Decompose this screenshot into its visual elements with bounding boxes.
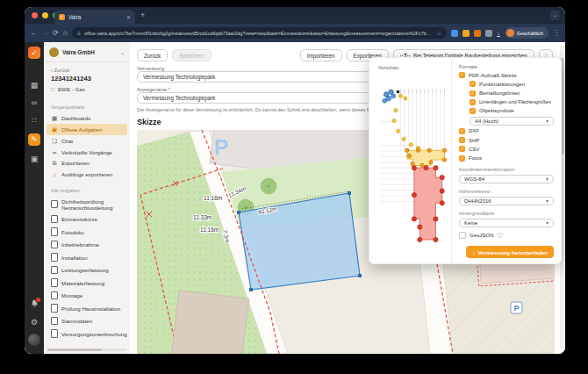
pdf-option-lengths-areas[interactable]: Linienlängen und Flächengrößen: [470, 99, 554, 105]
checkbox-unchecked-icon[interactable]: [459, 232, 466, 239]
sidebar-task-item[interactable]: Montage: [44, 289, 130, 302]
download-icon: ↓: [51, 171, 58, 177]
checkbox-checked-icon[interactable]: [470, 90, 476, 97]
import-button[interactable]: Importieren: [300, 49, 342, 61]
basemap-select[interactable]: Keine▾: [459, 219, 554, 227]
sidebar-item-linked-cases[interactable]: ∞Verknüpfte Vorgänge: [44, 147, 130, 157]
format-option-fotos[interactable]: Fotos: [459, 155, 554, 162]
sidebar-task-item[interactable]: Leistungserfassung: [44, 263, 130, 277]
coord-transform-select[interactable]: WGS-84▾: [459, 175, 554, 183]
extension-icon-blue[interactable]: [451, 30, 458, 37]
info-icon: ⓘ: [497, 232, 502, 240]
task-label: Montage: [61, 292, 82, 298]
format-label: PDF-Aufmaß-Skizze: [469, 73, 517, 78]
browser-tab[interactable]: ✓ Vaira ✕: [54, 10, 135, 24]
vaira-logo[interactable]: ✓: [28, 47, 40, 59]
profile-name: Geschäftlich: [517, 31, 543, 36]
case-type-label: EWE - Gas: [58, 86, 85, 92]
sidebar-item-dashboards[interactable]: ▦Dashboards: [44, 112, 130, 124]
notifications-bell-icon[interactable]: [28, 298, 40, 311]
rail-dashboard-icon[interactable]: ▦: [28, 79, 40, 91]
browser-menu-icon[interactable]: ⋮: [553, 29, 560, 37]
sidebar-item-auditlogs[interactable]: ↓Auditlogs exportieren: [44, 169, 130, 179]
dashboards-icon: ▦: [51, 115, 58, 122]
sidebar-task-item[interactable]: Fotodoku: [44, 226, 130, 239]
checkbox-checked-icon[interactable]: [459, 72, 465, 78]
bookmark-star-icon[interactable]: ☆: [436, 30, 441, 37]
sidebar-item-label: Auditlogs exportieren: [61, 171, 112, 177]
reload-icon[interactable]: ⟳: [53, 30, 59, 37]
site-settings-icon[interactable]: ☰: [77, 31, 81, 36]
window-minimize-button[interactable]: [42, 12, 48, 18]
format-option-pdf[interactable]: PDF-Aufmaß-Skizze: [459, 72, 554, 78]
sidebar-item-label: Verknüpfte Vorgänge: [61, 149, 112, 155]
pdf-option-object-symbols[interactable]: Objektsymbole: [470, 108, 554, 114]
rail-apps-icon[interactable]: ∷: [28, 114, 40, 126]
settings-gear-icon[interactable]: ⚙: [28, 316, 40, 328]
geojson-option[interactable]: GeoJSONⓘ: [459, 232, 554, 240]
checkbox-checked-icon[interactable]: [470, 108, 476, 114]
display-name-value: Vermessung Technologiepark: [143, 95, 216, 101]
window-close-button[interactable]: [32, 12, 38, 18]
file-icon: [51, 200, 58, 209]
format-option-csv[interactable]: CSV: [459, 146, 554, 152]
sidebar-task-item[interactable]: Materialerfassung: [44, 277, 130, 290]
browser-toolbar: ← → ⟳ ⌂ ☰ office.vaira.app/o/c7be7mnm5f1…: [25, 24, 565, 42]
vaira-favicon: ✓: [59, 14, 65, 20]
browser-window: ✓ Vaira ✕ + ⌄ ← → ⟳ ⌂ ☰ office.vaira.app…: [25, 7, 565, 354]
checkbox-checked-icon[interactable]: [459, 137, 465, 143]
tab-close-icon[interactable]: ✕: [126, 14, 131, 20]
extension-icon-orange[interactable]: [463, 30, 470, 37]
checkbox-checked-icon[interactable]: [459, 146, 465, 152]
forward-nav-icon[interactable]: →: [41, 30, 48, 37]
format-option-dxf[interactable]: DXF: [459, 128, 554, 134]
rail-notebook-icon[interactable]: ▣: [28, 153, 40, 165]
rail-network-icon[interactable]: ∞: [28, 97, 40, 109]
home-icon[interactable]: ⌂: [63, 30, 68, 37]
sidebar-task-item[interactable]: Versorgungsunterbrechung: [44, 327, 130, 341]
address-bar[interactable]: ☰ office.vaira.app/o/c7be7mnm5f1rdroltg2…: [72, 27, 448, 39]
process-type-icon: ∷: [51, 86, 54, 92]
sidebar-task-item[interactable]: Einmessskizze: [44, 212, 130, 226]
file-icon: [51, 278, 58, 287]
checkbox-checked-icon[interactable]: [459, 155, 465, 162]
save-button[interactable]: Speichern: [172, 49, 211, 61]
sidebar-task-item[interactable]: Inbetriebnahme: [44, 238, 130, 251]
pdf-option-point-marks[interactable]: Punktmarkierungen: [470, 81, 554, 87]
pdf-option-dimension-lines[interactable]: Bemaßungslinien: [470, 90, 554, 97]
sidebar-item-open-tasks[interactable]: ▣Offene Aufgaben: [47, 124, 127, 135]
option-label: Linienlängen und Flächengrößen: [479, 99, 551, 104]
task-label: Prüfung Hausinstallation: [61, 306, 120, 312]
sidebar-item-export[interactable]: ⧉Exportieren: [44, 157, 130, 169]
sidebar-back-link[interactable]: ‹ Zurück: [44, 62, 130, 73]
paper-size-select[interactable]: A4 (Hoch)▾: [470, 117, 554, 126]
sidebar-horizontal-scrollbar[interactable]: [47, 349, 126, 351]
format-option-shp[interactable]: SHP: [459, 137, 554, 143]
downloads-icon[interactable]: ↓: [497, 30, 500, 37]
extension-icon-red[interactable]: [474, 30, 481, 37]
task-label: Fotodoku: [61, 229, 84, 235]
org-switcher[interactable]: Vaira GmbH ⌄: [44, 42, 130, 62]
sidebar-item-chat[interactable]: ❏Chat: [44, 135, 130, 147]
download-measurement-button[interactable]: ↓Vermessung herunterladen: [466, 246, 554, 258]
user-avatar[interactable]: [28, 334, 40, 346]
back-nav-icon[interactable]: ←: [30, 30, 37, 37]
file-icon: [51, 317, 58, 326]
height-ref-select[interactable]: DHHN2016▾: [459, 197, 554, 205]
back-button[interactable]: Zurück: [137, 49, 168, 61]
new-tab-button[interactable]: +: [140, 11, 145, 19]
extension-icon-gray[interactable]: [485, 30, 492, 37]
sidebar-task-item[interactable]: Dichtheitsprüfung Netzanschlussleitung: [44, 196, 130, 212]
sidebar-task-item[interactable]: Stammdaten: [44, 314, 130, 327]
tab-search-button[interactable]: ⌄: [550, 11, 560, 20]
export-popover: Vorschau: [369, 57, 562, 264]
checkbox-checked-icon[interactable]: [459, 128, 465, 134]
chat-bubble-icon: ❏: [51, 138, 58, 145]
rail-tasks-icon[interactable]: ✎: [28, 133, 40, 146]
checkbox-checked-icon[interactable]: [470, 81, 476, 87]
checkbox-checked-icon[interactable]: [470, 99, 476, 105]
browser-profile-chip[interactable]: Geschäftlich: [505, 27, 549, 39]
sidebar-task-item[interactable]: Prüfung Hausinstallation: [44, 302, 130, 315]
sidebar-task-item[interactable]: Installation: [44, 251, 130, 264]
measure-label: 11,16m: [200, 227, 219, 233]
